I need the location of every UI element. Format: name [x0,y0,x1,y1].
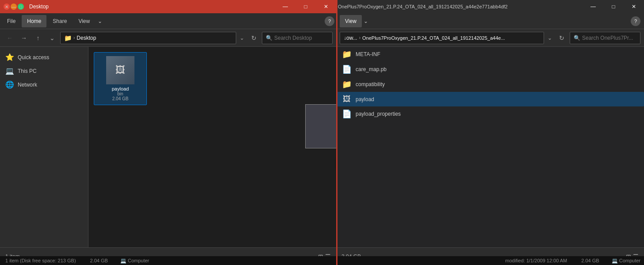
right-search-box[interactable]: 🔍 [570,32,640,44]
right-toolbar: View ⌄ ? [336,13,644,29]
toolbar-chevron-left[interactable]: ⌄ [96,18,104,24]
right-title-controls[interactable]: — □ ✕ [583,0,644,13]
left-toolbar: File Home Share View ⌄ ? [0,13,336,29]
address-chevron-left[interactable]: ⌄ [238,35,246,41]
left-help-btn[interactable]: ? [325,16,334,26]
file-thumbnail-payload: 🖼 [106,56,134,84]
search-icon-left: 🔍 [266,35,272,41]
tab-home[interactable]: Home [22,15,46,27]
left-main-area: ⭐ Quick access 💻 This PC 🌐 Network 🖼 pay… [0,47,336,247]
list-item-compatibility[interactable]: 📁 compatibility [336,77,644,92]
folder-icon: 📁 [64,34,72,42]
right-breadcrumb: ↓ow... › OnePlus7ProOxygen_21.P.24_OTA_0… [344,35,505,41]
tab-file[interactable]: File [2,15,21,27]
breadcrumb-ota: OnePlus7ProOxygen_21.P.24_OTA_024_all_19… [362,35,505,41]
folder-icon-payload: 🖼 [341,95,352,104]
sidebar-label-quick-access: Quick access [18,54,49,61]
right-close-control[interactable]: ✕ [624,0,644,13]
right-maximize-control[interactable]: □ [603,0,624,13]
folder-icon-compatibility: 📁 [341,80,352,89]
bottom-right-location: 💻 Computer [608,258,644,264]
list-item-payload-props[interactable]: 📄 payload_properties [336,106,644,121]
left-breadcrumb: 📁 › Desktop [64,34,96,42]
breadcrumb-arrow: › [73,35,75,40]
left-title-controls[interactable]: — □ ✕ [275,0,336,13]
right-minimize-control[interactable]: — [583,0,603,13]
filename-payload-props: payload_properties [356,111,401,117]
right-address-bar: ↓ow... › OnePlus7ProOxygen_21.P.24_OTA_0… [336,29,644,47]
network-icon: 🌐 [5,80,14,89]
toolbar-chevron-right[interactable]: ⌄ [362,18,370,24]
search-icon-right: 🔍 [574,35,580,41]
right-title-bar: OnePlus7ProOxygen_21.P.24_OTA_024_all_19… [336,0,644,13]
bottom-right-modified: modified: 1/1/2009 12:00 AM [500,258,572,263]
left-window-title: Desktop [27,4,275,10]
left-address-bar: ← → ↑ ⌄ 📁 › Desktop ⌄ ↻ 🔍 [0,29,336,47]
filename-payload: payload [356,96,374,102]
left-title-bar: ✕ — □ Desktop — □ ✕ [0,0,336,13]
left-maximize-btn[interactable]: □ [18,4,24,10]
left-minimize-btn[interactable]: — [11,4,17,10]
bottom-left-info: 1 item (Disk free space: 213 GB) [0,258,81,263]
sidebar-item-quick-access[interactable]: ⭐ Quick access [0,50,88,64]
right-help-btn[interactable]: ? [631,16,640,26]
bottom-left-size: 2.04 GB [81,258,117,263]
window-divider[interactable] [336,0,337,265]
quick-access-icon: ⭐ [5,53,14,61]
filename-care-map: care_map.pb [356,66,387,72]
filename-meta-inf: META-INF [356,51,380,57]
breadcrumb-download: ↓ow... [344,35,357,41]
left-window-controls[interactable]: ✕ — □ [0,4,27,10]
tab-view-right[interactable]: View [340,15,362,27]
left-close-btn[interactable]: ✕ [4,4,10,10]
right-window-title: OnePlus7ProOxygen_21.P.24_OTA_024_all_19… [336,4,583,9]
folder-icon-meta-inf: 📁 [341,49,352,59]
recent-btn-left[interactable]: ⌄ [46,32,58,44]
left-address-box[interactable]: 📁 › Desktop [60,32,236,44]
file-sub1-payload: bin [117,91,123,96]
bottom-info-bar: 1 item (Disk free space: 213 GB) 2.04 GB… [0,256,644,265]
file-name-payload: payload [112,86,129,91]
bottom-right-size: 2.04 GB [572,258,608,263]
breadcrumb-arrow2: › [359,35,360,40]
left-search-box[interactable]: 🔍 [262,32,333,44]
file-icon-payload-props: 📄 [341,109,352,119]
list-item-payload[interactable]: 🖼 payload [336,92,644,106]
drag-ghost [305,104,336,148]
left-content-area: 🖼 payload bin 2.04 GB → Move to Desktop [88,47,336,247]
tab-share[interactable]: Share [47,15,72,27]
right-main-area: 📁 META-INF 📄 care_map.pb 📁 compatibility… [336,47,644,247]
left-close-control[interactable]: ✕ [316,0,336,13]
up-btn-left[interactable]: ↑ [32,32,44,44]
refresh-btn-right[interactable]: ↻ [556,32,568,44]
list-item-care-map[interactable]: 📄 care_map.pb [336,62,644,77]
sidebar-item-this-pc[interactable]: 💻 This PC [0,64,88,78]
search-input-left[interactable] [274,35,329,41]
left-sidebar: ⭐ Quick access 💻 This PC 🌐 Network [0,47,88,247]
sidebar-label-this-pc: This PC [18,68,37,74]
sidebar-item-network[interactable]: 🌐 Network [0,78,88,91]
left-minimize-control[interactable]: — [275,0,295,13]
filename-compatibility: compatibility [356,81,385,87]
bottom-left-location: 💻 Computer [117,258,153,264]
file-item-payload[interactable]: 🖼 payload bin 2.04 GB [94,52,147,105]
right-address-box[interactable]: ↓ow... › OnePlus7ProOxygen_21.P.24_OTA_0… [340,32,544,44]
sidebar-label-network: Network [18,82,37,88]
breadcrumb-desktop: Desktop [77,35,96,41]
address-chevron-right[interactable]: ⌄ [546,35,554,41]
file-sub2-payload: 2.04 GB [112,96,129,101]
forward-btn-left[interactable]: → [18,32,30,44]
this-pc-icon: 💻 [5,67,14,75]
file-icon-care-map: 📄 [341,64,352,74]
tab-view[interactable]: View [73,15,95,27]
left-maximize-control[interactable]: □ [295,0,316,13]
back-btn-left[interactable]: ← [4,32,16,44]
search-input-right[interactable] [582,35,636,41]
list-item-meta-inf[interactable]: 📁 META-INF [336,47,644,62]
refresh-btn-left[interactable]: ↻ [248,32,260,44]
